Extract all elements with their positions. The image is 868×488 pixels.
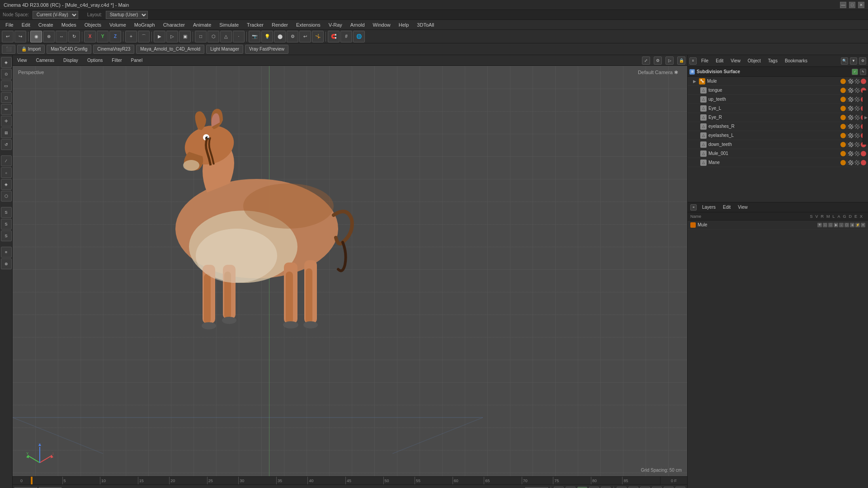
- layer-lock-icon[interactable]: □: [828, 223, 833, 227]
- minimize-button[interactable]: —: [840, 2, 846, 8]
- layers-display-button[interactable]: ≡: [1, 247, 12, 258]
- scale-tool-button[interactable]: ⊞: [1, 127, 12, 138]
- rt-menu-tags[interactable]: Tags: [765, 57, 780, 64]
- record-button[interactable]: ⏺: [617, 487, 627, 488]
- object-item-eyelashes-r[interactable]: △ eyelashes_R: [688, 122, 868, 131]
- scene-button[interactable]: 🌐: [353, 31, 365, 42]
- rt-filter-button[interactable]: ▼: [850, 57, 857, 65]
- layer-cam-icon[interactable]: □: [823, 223, 827, 227]
- object-item-eyelashes-l[interactable]: △ eyelashes_L: [688, 131, 868, 140]
- timeline-playhead[interactable]: [31, 477, 33, 484]
- knife-tool-button[interactable]: ∕: [1, 155, 12, 166]
- bridge-button[interactable]: ⬡: [1, 191, 12, 202]
- vp-settings-button[interactable]: ⚙: [654, 56, 662, 65]
- point-mode-button[interactable]: ·: [233, 31, 245, 42]
- layer-x-icon[interactable]: ✕: [861, 223, 865, 227]
- vp-menu-options[interactable]: Options: [85, 57, 105, 64]
- select-mode-button[interactable]: ⊕: [43, 31, 55, 42]
- vp-lock-button[interactable]: 🔒: [677, 56, 685, 65]
- subdiv-edit-button[interactable]: ✎: [860, 69, 866, 75]
- render-button[interactable]: ▷: [166, 31, 178, 42]
- maxtoc4d-button[interactable]: MaxToC4D Config: [47, 45, 91, 54]
- menu-file[interactable]: File: [2, 20, 17, 30]
- object-item-eye-l[interactable]: △ Eye_L: [688, 104, 868, 113]
- character-button[interactable]: 🤸: [312, 31, 324, 42]
- menu-extensions[interactable]: Extensions: [292, 20, 324, 30]
- new-object-button[interactable]: +: [125, 31, 137, 42]
- redo-button[interactable]: ↪: [14, 31, 26, 42]
- timeline-button[interactable]: 📈: [664, 487, 674, 488]
- layer-down-icon[interactable]: ↓: [839, 223, 844, 227]
- layers-tab[interactable]: Layers: [700, 204, 717, 211]
- menu-animate[interactable]: Animate: [189, 20, 215, 30]
- maximize-button[interactable]: □: [849, 2, 855, 8]
- go-to-end-button[interactable]: ⏭: [601, 487, 611, 488]
- menu-help[interactable]: Help: [395, 20, 413, 30]
- rt-menu-view[interactable]: View: [728, 57, 743, 64]
- object-item-eye-r[interactable]: △ Eye_R: [688, 113, 868, 122]
- object-item-mane[interactable]: △ Mane: [688, 158, 868, 167]
- material-button[interactable]: ⬤: [274, 31, 286, 42]
- rotate-tool-button[interactable]: ↺: [1, 139, 12, 150]
- import-button[interactable]: 🔒 Import: [17, 45, 45, 54]
- menu-modes[interactable]: Modes: [58, 20, 80, 30]
- render-to-picture-button[interactable]: ▣: [179, 31, 191, 42]
- node-space-dropdown[interactable]: Current (V-Ray): [33, 11, 78, 19]
- light-button[interactable]: 💡: [261, 31, 273, 42]
- rt-menu-bookmarks[interactable]: Bookmarks: [782, 57, 810, 64]
- xpresso-button[interactable]: ⊗: [1, 258, 12, 269]
- maya-arnold-button[interactable]: Maya_Arnold_to_C4D_Arnold: [136, 45, 204, 54]
- vp-menu-filter[interactable]: Filter: [109, 57, 124, 64]
- layer-edit-tab[interactable]: Edit: [721, 204, 732, 211]
- menu-volume[interactable]: Volume: [106, 20, 130, 30]
- layout-dropdown[interactable]: Startup (User): [106, 11, 148, 19]
- layer-view-tab[interactable]: View: [736, 204, 750, 211]
- layer-menu-icon[interactable]: ≡: [690, 204, 697, 211]
- polygon-mode-button[interactable]: ⬡: [208, 31, 219, 42]
- vp-menu-panel[interactable]: Panel: [128, 57, 146, 64]
- keyframe-button[interactable]: ◈: [640, 487, 650, 488]
- menu-render[interactable]: Render: [268, 20, 292, 30]
- menu-vray[interactable]: V-Ray: [325, 20, 346, 30]
- spline-smooth-button[interactable]: S: [1, 219, 12, 230]
- menu-simulate[interactable]: Simulate: [216, 20, 242, 30]
- menu-objects[interactable]: Objects: [81, 20, 105, 30]
- grid-button[interactable]: #: [340, 31, 352, 42]
- undo-button[interactable]: ↩: [2, 31, 14, 42]
- live-select-button[interactable]: ⊙: [1, 69, 12, 80]
- close-button[interactable]: ✕: [858, 2, 864, 8]
- object-item-mule[interactable]: ▶ 🦴 Mule: [688, 77, 868, 86]
- poly-select-button[interactable]: ◻: [1, 92, 12, 103]
- menu-arnold[interactable]: Arnold: [347, 20, 368, 30]
- menu-edit[interactable]: Edit: [18, 20, 34, 30]
- rt-menu-icon[interactable]: ≡: [689, 57, 697, 65]
- motion-path-button[interactable]: ⌒: [652, 487, 662, 488]
- rt-menu-object[interactable]: Object: [745, 57, 764, 64]
- object-item-down-teeth[interactable]: △ down_teeth: [688, 140, 868, 149]
- bevel-button[interactable]: ◈: [1, 179, 12, 190]
- vp-menu-view[interactable]: View: [14, 57, 30, 64]
- rt-menu-file[interactable]: File: [698, 57, 711, 64]
- y-axis-button[interactable]: Y: [97, 31, 108, 42]
- rotate-mode-button[interactable]: ↻: [68, 31, 80, 42]
- layer-item-mule[interactable]: Mule 👁 □ □ ▶ ↓ ⬡ ◈ ⚡ ✕: [688, 221, 868, 230]
- object-item-mule-001[interactable]: △ Mule_001: [688, 149, 868, 158]
- timeline-bar[interactable]: 5 10 15 20 25 30 35 40 45 50 55 60 65 70…: [31, 477, 660, 484]
- spline-pen-button[interactable]: S: [1, 207, 12, 218]
- play-button[interactable]: ▶: [577, 487, 587, 488]
- sculpt-button[interactable]: S: [1, 230, 12, 241]
- rt-search-button[interactable]: 🔍: [841, 57, 848, 65]
- deformer-button[interactable]: ↩: [299, 31, 311, 42]
- object-mode-button[interactable]: □: [195, 31, 207, 42]
- layer-d-icon[interactable]: ◈: [850, 223, 854, 227]
- move-mode-button[interactable]: ↔: [56, 31, 67, 42]
- extrude-button[interactable]: ⬦: [1, 167, 12, 178]
- menu-3dtoall[interactable]: 3DToAll: [413, 20, 438, 30]
- layer-eye-icon[interactable]: 👁: [817, 223, 822, 227]
- model-mode-button[interactable]: ◉: [30, 31, 42, 42]
- rect-select-button[interactable]: ▭: [1, 80, 12, 91]
- go-to-start-button[interactable]: ⏮: [554, 487, 564, 488]
- rt-menu-edit[interactable]: Edit: [713, 57, 726, 64]
- object-item-up-teeth[interactable]: △ up_teeth: [688, 95, 868, 104]
- rt-settings-button[interactable]: ⚙: [859, 57, 866, 65]
